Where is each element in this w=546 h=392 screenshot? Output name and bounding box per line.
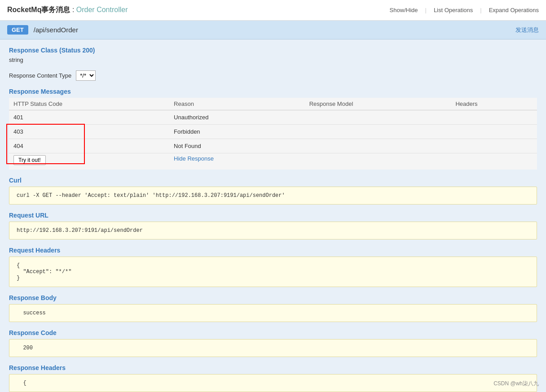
response-body-code: success bbox=[9, 304, 537, 322]
show-hide-link[interactable]: Show/Hide bbox=[390, 7, 418, 13]
request-headers-section: Request Headers { "Accept": "*/*" } bbox=[9, 247, 537, 287]
request-url-section: Request URL http://192.168.3.207:9191/ap… bbox=[9, 212, 537, 240]
model-403 bbox=[305, 125, 451, 139]
col-reason: Reason bbox=[169, 98, 305, 110]
http-method-badge: GET bbox=[7, 25, 28, 35]
response-headers-section: Response Headers { bbox=[9, 364, 537, 392]
watermark: CSDN @wh柒八九 bbox=[493, 380, 539, 388]
response-headers-code: { bbox=[9, 374, 537, 392]
content-type-select[interactable]: */* bbox=[76, 70, 96, 81]
request-url-title: Request URL bbox=[9, 212, 537, 219]
table-row-404: 404 Not Found bbox=[9, 139, 537, 153]
expand-operations-link[interactable]: Expand Operations bbox=[489, 7, 539, 13]
reason-404: Not Found bbox=[169, 139, 305, 153]
response-messages-section: Response Messages HTTP Status Code Reaso… bbox=[9, 88, 537, 170]
table-row: 403 Forbidden bbox=[9, 125, 537, 139]
model-404 bbox=[305, 139, 451, 153]
status-code-403: 403 bbox=[9, 125, 169, 139]
col-status-code: HTTP Status Code bbox=[9, 98, 169, 110]
response-messages-title: Response Messages bbox=[9, 88, 537, 95]
main-content: GET /api/sendOrder 发送消息 Response Class (… bbox=[0, 21, 546, 392]
curl-title: Curl bbox=[9, 177, 537, 184]
title-subtitle: Order Controller bbox=[76, 6, 128, 13]
headers-403 bbox=[451, 125, 537, 139]
table-header-row: HTTP Status Code Reason Response Model H… bbox=[9, 98, 537, 110]
content-type-label: Response Content Type bbox=[9, 72, 71, 79]
list-operations-link[interactable]: List Operations bbox=[434, 7, 473, 13]
response-body-title: Response Body bbox=[9, 294, 537, 301]
reason-403: Forbidden bbox=[169, 125, 305, 139]
response-class-type: string bbox=[9, 57, 537, 63]
response-headers-title: Response Headers bbox=[9, 364, 537, 371]
status-code-404: 404 bbox=[9, 139, 169, 153]
request-headers-title: Request Headers bbox=[9, 247, 537, 254]
title-separator: : bbox=[72, 6, 76, 13]
headers-401 bbox=[451, 110, 537, 125]
endpoint-path: /api/sendOrder bbox=[34, 26, 515, 34]
response-code-value: 200 bbox=[9, 339, 537, 357]
api-endpoint-bar: GET /api/sendOrder 发送消息 bbox=[0, 21, 546, 39]
page-header: RocketMq事务消息 : Order Controller Show/Hid… bbox=[0, 0, 546, 21]
send-action-link[interactable]: 发送消息 bbox=[515, 26, 539, 34]
title-bold: RocketMq事务消息 bbox=[7, 6, 70, 13]
content-area: Response Class (Status 200) string Respo… bbox=[0, 39, 546, 392]
try-it-row: Try it out! Hide Response bbox=[9, 153, 537, 170]
headers-404 bbox=[451, 139, 537, 153]
request-url-code: http://192.168.3.207:9191/api/sendOrder bbox=[9, 222, 537, 240]
col-headers: Headers bbox=[451, 98, 537, 110]
reason-401: Unauthorized bbox=[169, 110, 305, 125]
response-messages-table: HTTP Status Code Reason Response Model H… bbox=[9, 98, 537, 170]
header-actions: Show/Hide | List Operations | Expand Ope… bbox=[390, 7, 539, 13]
hide-response-link[interactable]: Hide Response bbox=[174, 155, 214, 162]
response-body-section: Response Body success bbox=[9, 294, 537, 322]
curl-code: curl -X GET --header 'Accept: text/plain… bbox=[9, 187, 537, 205]
response-code-section: Response Code 200 bbox=[9, 329, 537, 357]
table-row: 401 Unauthorized bbox=[9, 110, 537, 125]
request-headers-code: { "Accept": "*/*" } bbox=[9, 257, 537, 287]
content-type-row: Response Content Type */* bbox=[9, 70, 537, 81]
response-code-title: Response Code bbox=[9, 329, 537, 336]
response-class-title: Response Class (Status 200) bbox=[9, 47, 537, 54]
try-it-out-button[interactable]: Try it out! bbox=[13, 155, 46, 165]
model-401 bbox=[305, 110, 451, 125]
page-title: RocketMq事务消息 : Order Controller bbox=[7, 5, 128, 15]
status-code-401: 401 bbox=[9, 110, 169, 125]
response-class-section: Response Class (Status 200) string bbox=[9, 47, 537, 63]
col-response-model: Response Model bbox=[305, 98, 451, 110]
curl-section: Curl curl -X GET --header 'Accept: text/… bbox=[9, 177, 537, 205]
